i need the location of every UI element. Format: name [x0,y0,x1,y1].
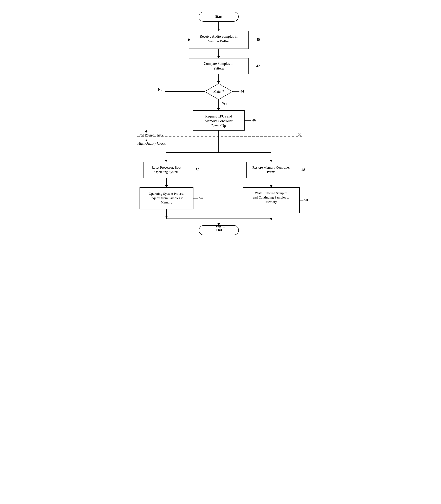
write-label-3: Memory [265,200,277,204]
restore-label-1: Restore Memory Controller [252,166,290,169]
start-label: Start [215,14,222,19]
ref-40: 40 [256,38,260,42]
svg-marker-35 [165,185,168,187]
svg-marker-10 [217,81,220,84]
ref-44: 44 [240,89,244,93]
os-process-label-3: Memory [160,200,172,204]
end-label: End [215,228,222,232]
svg-marker-39 [165,216,168,219]
svg-marker-47 [270,218,272,220]
svg-marker-43 [270,185,272,187]
reset-label-1: Reset Processor, Boot [152,166,181,169]
svg-marker-18 [217,108,220,110]
compare-label-1: Compare Samples to [204,61,234,66]
svg-marker-29 [165,160,168,162]
reset-label-2: Operating System [154,170,178,174]
ref-46: 46 [252,118,256,122]
compare-label-2: Pattern [213,66,223,70]
os-process-label-1: Operating System Process [149,192,184,196]
svg-marker-22 [145,130,147,132]
os-process-label-2: Request from Samples in [149,196,184,200]
receive-label-1: Receive Audio Samples in [200,34,237,38]
diagram-container: Start Receive Audio Samples in Sample Bu… [131,8,310,229]
flowchart-svg: Start Receive Audio Samples in Sample Bu… [131,8,310,222]
svg-marker-24 [145,140,147,141]
ref-42: 42 [256,64,260,68]
ref-56: 56 [298,133,301,137]
request-label-1: Request CPUs and [205,114,232,118]
ref-52: 52 [196,168,199,172]
yes-label: Yes [222,102,227,106]
high-quality-clock-label: High Quality Clock [137,141,166,145]
ref-54: 54 [199,196,203,200]
svg-marker-31 [270,160,272,162]
ref-48: 48 [301,168,305,172]
svg-marker-6 [217,56,220,58]
match-label: Match? [213,90,224,93]
fig-label: Fig. 2 [216,224,225,228]
no-label: No [158,88,162,92]
write-label-2: and Continuing Samples to [253,196,289,199]
svg-marker-2 [217,29,220,31]
restore-label-2: Parms [267,170,275,174]
svg-rect-7 [189,58,248,74]
request-label-3: Power Up [211,124,226,128]
request-label-2: Memory Controller [205,119,232,123]
ref-50: 50 [304,198,308,202]
write-label-1: Write Buffered Samples [255,191,287,195]
receive-label-2: Sample Buffer [208,39,229,43]
